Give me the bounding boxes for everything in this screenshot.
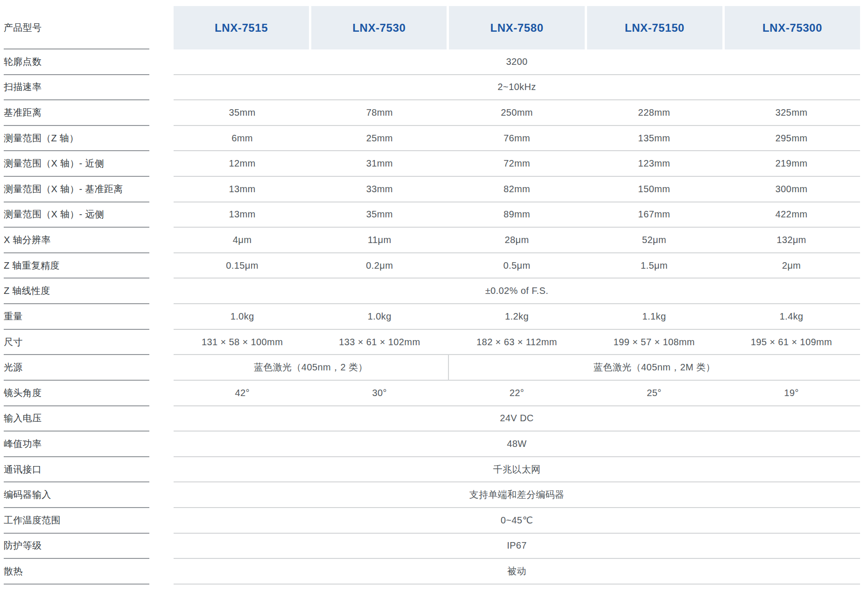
row-label-range-x-far: 测量范围（X 轴）- 远侧 xyxy=(4,202,149,228)
model-header-lnx-7580: LNX-7580 xyxy=(449,6,584,49)
table-row-dimensions: 131 × 58 × 100mm 133 × 61 × 102mm 182 × … xyxy=(174,330,860,355)
spec-value: ±0.02% of F.S. xyxy=(485,286,549,296)
spec-value: 3200 xyxy=(506,56,527,67)
spec-value: 0.15μm xyxy=(174,260,311,271)
spec-value: 219mm xyxy=(723,158,860,169)
table-row-operating-temp: 0~45℃ xyxy=(174,508,860,534)
table-row-range-x-near: 12mm 31mm 72mm 123mm 219mm xyxy=(174,151,860,177)
spec-value: 0~45℃ xyxy=(501,515,533,526)
row-label-dimensions: 尺寸 xyxy=(4,330,149,355)
table-row-input-voltage: 24V DC xyxy=(174,406,860,432)
row-label-comm-interface: 通讯接口 xyxy=(4,457,149,483)
spec-value-light-source-class2: 蓝色激光（405nm，2 类） xyxy=(174,355,448,380)
spec-value: 325mm xyxy=(723,107,860,118)
table-row-x-resolution: 4μm 11μm 28μm 52μm 132μm xyxy=(174,228,860,253)
spec-value: 25° xyxy=(586,388,723,398)
spec-value: 0.5μm xyxy=(448,260,585,271)
model-header-lnx-7530: LNX-7530 xyxy=(311,6,447,49)
row-label-range-z: 测量范围（Z 轴） xyxy=(4,126,149,152)
spec-value: 31mm xyxy=(311,158,448,169)
spec-value: 1.0kg xyxy=(174,311,311,322)
spec-value: 0.2μm xyxy=(311,260,448,271)
row-label-operating-temp: 工作温度范围 xyxy=(4,508,149,534)
row-label-lens-angle: 镜头角度 xyxy=(4,381,149,406)
spec-value: 1.0kg xyxy=(311,311,448,322)
spec-value: 132μm xyxy=(723,235,860,245)
table-row-scan-rate: 2~10kHz xyxy=(174,75,860,101)
spec-value-light-source-class2m: 蓝色激光（405nm，2M 类） xyxy=(448,355,860,380)
spec-value: 13mm xyxy=(174,209,311,220)
spec-value: 22° xyxy=(448,388,585,398)
row-label-protection-rating: 防护等级 xyxy=(4,534,149,559)
table-row-reference-distance: 35mm 78mm 250mm 228mm 325mm xyxy=(174,100,860,126)
table-row-range-z: 6mm 25mm 76mm 135mm 295mm xyxy=(174,126,860,152)
row-label-x-resolution: X 轴分辨率 xyxy=(4,228,149,253)
spec-value: 182 × 63 × 112mm xyxy=(448,337,585,348)
spec-value: 295mm xyxy=(723,133,860,144)
model-header-lnx-75150: LNX-75150 xyxy=(587,6,722,49)
spec-value: 131 × 58 × 100mm xyxy=(174,337,311,348)
spec-value: 35mm xyxy=(174,107,311,118)
table-row-weight: 1.0kg 1.0kg 1.2kg 1.1kg 1.4kg xyxy=(174,304,860,330)
row-label-weight: 重量 xyxy=(4,304,149,330)
table-row-profile-points: 3200 xyxy=(174,49,860,75)
row-label-encoder-input: 编码器输入 xyxy=(4,482,149,508)
spec-table-page: 产品型号 轮廓点数 扫描速率 基准距离 测量范围（Z 轴） 测量范围（X 轴）-… xyxy=(0,0,868,592)
model-header-lnx-7515: LNX-7515 xyxy=(174,6,309,49)
spec-value: 135mm xyxy=(586,133,723,144)
spec-value: 12mm xyxy=(174,158,311,169)
spec-value: 11μm xyxy=(311,235,448,245)
spec-value: 76mm xyxy=(448,133,585,144)
row-label-input-voltage: 输入电压 xyxy=(4,406,149,432)
row-label-range-x-ref: 测量范围（X 轴）- 基准距离 xyxy=(4,177,149,202)
table-row-peak-power: 48W xyxy=(174,432,860,457)
spec-value: 422mm xyxy=(723,209,860,220)
spec-value: 1.1kg xyxy=(586,311,723,322)
spec-value: 6mm xyxy=(174,133,311,144)
table-row-lens-angle: 42° 30° 22° 25° 19° xyxy=(174,381,860,406)
table-row-z-linearity: ±0.02% of F.S. xyxy=(174,279,860,304)
row-label-light-source: 光源 xyxy=(4,355,149,381)
spec-value: 1.4kg xyxy=(723,311,860,322)
spec-value: 82mm xyxy=(448,184,585,195)
spec-value: IP67 xyxy=(507,540,527,551)
table-row-z-repeatability: 0.15μm 0.2μm 0.5μm 1.5μm 2μm xyxy=(174,253,860,279)
spec-value: 支持单端和差分编码器 xyxy=(469,488,565,501)
spec-value: 2μm xyxy=(723,260,860,271)
table-row-comm-interface: 千兆以太网 xyxy=(174,457,860,483)
spec-value: 2~10kHz xyxy=(497,82,536,92)
row-label-profile-points: 轮廓点数 xyxy=(4,49,149,75)
table-row-range-x-ref: 13mm 33mm 82mm 150mm 300mm xyxy=(174,177,860,202)
spec-value: 千兆以太网 xyxy=(493,463,541,476)
table-row-encoder-input: 支持单端和差分编码器 xyxy=(174,482,860,508)
spec-value: 33mm xyxy=(311,184,448,195)
row-label-z-repeatability: Z 轴重复精度 xyxy=(4,253,149,279)
spec-value: 24V DC xyxy=(500,413,533,424)
row-label-reference-distance: 基准距离 xyxy=(4,100,149,126)
spec-value: 250mm xyxy=(448,107,585,118)
spec-value: 199 × 57 × 108mm xyxy=(586,337,723,348)
spec-value: 133 × 61 × 102mm xyxy=(311,337,448,348)
spec-value: 被动 xyxy=(507,565,526,578)
spec-value: 13mm xyxy=(174,184,311,195)
spec-value: 52μm xyxy=(586,235,723,245)
spec-value: 167mm xyxy=(586,209,723,220)
row-label-z-linearity: Z 轴线性度 xyxy=(4,279,149,304)
spec-value: 78mm xyxy=(311,107,448,118)
spec-value: 25mm xyxy=(311,133,448,144)
spec-value: 35mm xyxy=(311,209,448,220)
row-label-range-x-near: 测量范围（X 轴）- 近侧 xyxy=(4,151,149,177)
spec-value: 195 × 61 × 109mm xyxy=(723,337,860,348)
spec-value: 48W xyxy=(507,439,526,449)
row-label-peak-power: 峰值功率 xyxy=(4,432,149,457)
spec-value: 228mm xyxy=(586,107,723,118)
spec-value: 4μm xyxy=(174,235,311,245)
model-header-row: LNX-7515 LNX-7530 LNX-7580 LNX-75150 LNX… xyxy=(174,6,860,49)
spec-value: 28μm xyxy=(448,235,585,245)
spec-value-grid: LNX-7515 LNX-7530 LNX-7580 LNX-75150 LNX… xyxy=(174,0,860,585)
corner-label: 产品型号 xyxy=(4,0,149,49)
spec-value: 19° xyxy=(723,388,860,398)
model-header-lnx-75300: LNX-75300 xyxy=(725,6,860,49)
spec-value: 1.2kg xyxy=(448,311,585,322)
table-row-cooling: 被动 xyxy=(174,559,860,585)
